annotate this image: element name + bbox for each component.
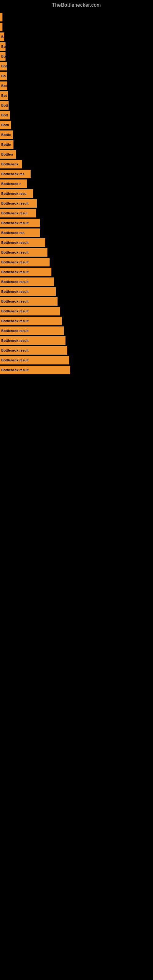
bar-row: Bottlen <box>0 150 153 159</box>
bar-label-8: Bot <box>1 94 7 97</box>
bar-label-13: Bottle <box>1 143 11 146</box>
bar-4: Bo <box>0 52 5 60</box>
bar-label-34: Bottleneck result <box>1 348 29 352</box>
bar-8: Bot <box>0 91 8 100</box>
bar-row: Bottleneck resul <box>0 208 153 218</box>
bar-row: Bottleneck result <box>0 277 153 286</box>
bar-29: Bottleneck result <box>0 297 57 305</box>
bar-row: Bottleneck result <box>0 365 153 375</box>
bar-25: Bottleneck result <box>0 258 49 266</box>
bar-row: Bottleneck result <box>0 355 153 365</box>
bar-14: Bottlen <box>0 150 16 159</box>
bar-label-22: Bottleneck res <box>1 231 24 235</box>
bar-row: Bottleneck result <box>0 257 153 267</box>
bar-label-20: Bottleneck resul <box>1 211 27 215</box>
bar-label-31: Bottleneck result <box>1 319 29 323</box>
bar-label-12: Bottle <box>1 133 11 137</box>
bar-21: Bottleneck result <box>0 219 40 227</box>
bar-24: Bottleneck result <box>0 248 48 257</box>
bar-row: Bott <box>0 100 153 110</box>
bar-row: Bottleneck result <box>0 296 153 306</box>
bars-container: BBoBoBotBoBotBotBottBottBottlBottleBottl… <box>0 9 153 375</box>
bar-label-23: Bottleneck result <box>1 241 29 244</box>
bar-32: Bottleneck result <box>0 326 64 335</box>
bar-20: Bottleneck resul <box>0 209 36 218</box>
bar-17: Bottleneck r <box>0 180 27 188</box>
bar-19: Bottleneck result <box>0 199 37 208</box>
bar-row <box>0 22 153 32</box>
bar-row: Bottleneck result <box>0 238 153 247</box>
bar-2: B <box>0 32 4 41</box>
bar-label-18: Bottleneck resu <box>1 192 27 196</box>
bar-label-33: Bottleneck result <box>1 339 29 342</box>
bar-16: Bottleneck res <box>0 170 30 178</box>
bar-row: Bottleneck res <box>0 228 153 238</box>
bar-label-10: Bott <box>1 113 8 117</box>
bar-label-28: Bottleneck result <box>1 290 29 293</box>
bar-label-15: Bottleneck <box>1 162 18 166</box>
bar-7: Bot <box>0 81 7 90</box>
bar-label-25: Bottleneck result <box>1 260 29 264</box>
bar-34: Bottleneck result <box>0 346 67 355</box>
bar-1 <box>0 23 2 31</box>
bar-row: Bo <box>0 41 153 51</box>
bar-28: Bottleneck result <box>0 287 56 296</box>
bar-15: Bottleneck <box>0 160 22 169</box>
bar-row: Bott <box>0 110 153 120</box>
bar-row <box>0 12 153 22</box>
bar-row: Bottle <box>0 140 153 150</box>
bar-row: Bottleneck result <box>0 247 153 257</box>
bar-label-9: Bott <box>1 103 8 107</box>
bar-label-7: Bot <box>1 84 7 88</box>
bar-27: Bottleneck result <box>0 277 54 286</box>
bar-row: Bottleneck r <box>0 179 153 189</box>
bar-row: B <box>0 32 153 41</box>
bar-row: Bot <box>0 91 153 100</box>
bar-label-5: Bot <box>1 64 7 68</box>
bar-row: Bottleneck result <box>0 345 153 355</box>
bar-9: Bott <box>0 101 9 110</box>
bar-row: Bottleneck result <box>0 316 153 326</box>
bar-label-21: Bottleneck result <box>1 221 29 225</box>
bar-label-14: Bottlen <box>1 153 13 156</box>
bar-12: Bottle <box>0 130 13 139</box>
bar-23: Bottleneck result <box>0 238 45 247</box>
bar-11: Bottl <box>0 121 11 129</box>
site-title: TheBottlenecker.com <box>0 0 153 9</box>
bar-label-30: Bottleneck result <box>1 309 29 313</box>
bar-label-29: Bottleneck result <box>1 299 29 303</box>
bar-label-27: Bottleneck result <box>1 280 29 283</box>
bar-label-19: Bottleneck result <box>1 202 29 205</box>
bar-label-26: Bottleneck result <box>1 270 29 274</box>
bar-row: Bottleneck result <box>0 286 153 296</box>
bar-5: Bot <box>0 62 7 70</box>
bar-label-2: B <box>1 35 4 38</box>
bar-row: Bottleneck result <box>0 218 153 228</box>
bar-row: Bottle <box>0 130 153 140</box>
bar-30: Bottleneck result <box>0 307 60 315</box>
bar-row: Bo <box>0 71 153 81</box>
bar-label-36: Bottleneck result <box>1 368 29 372</box>
bar-row: Bottleneck resu <box>0 189 153 199</box>
bar-label-24: Bottleneck result <box>1 250 29 254</box>
bar-row: Bo <box>0 51 153 61</box>
bar-6: Bo <box>0 72 7 80</box>
bar-row: Bottleneck result <box>0 267 153 277</box>
bar-label-11: Bottl <box>1 123 9 127</box>
bar-label-4: Bo <box>1 54 5 58</box>
bar-26: Bottleneck result <box>0 268 51 276</box>
bar-row: Bottleneck result <box>0 306 153 316</box>
bar-label-35: Bottleneck result <box>1 358 29 362</box>
bar-3: Bo <box>0 42 5 51</box>
bar-label-6: Bo <box>1 74 6 78</box>
bar-row: Bottleneck result <box>0 326 153 336</box>
bar-label-32: Bottleneck result <box>1 329 29 332</box>
bar-row: Bottl <box>0 120 153 130</box>
bar-22: Bottleneck res <box>0 229 40 237</box>
bar-31: Bottleneck result <box>0 317 62 325</box>
bar-0 <box>0 13 2 21</box>
bar-10: Bott <box>0 111 10 119</box>
bar-row: Bot <box>0 61 153 71</box>
bar-13: Bottle <box>0 140 13 149</box>
bar-row: Bottleneck result <box>0 336 153 345</box>
